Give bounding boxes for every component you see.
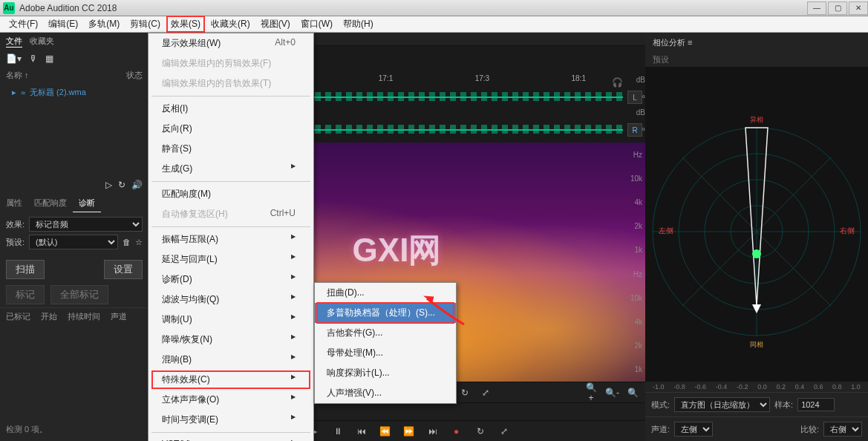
tab-diagnostics[interactable]: 诊断 (73, 195, 101, 212)
forward-icon[interactable]: ⏩ (402, 426, 416, 437)
sample-input[interactable] (797, 398, 835, 411)
menu-item[interactable]: 滤波与均衡(Q)▶ (149, 290, 313, 310)
hz-scale: Hz 10k 4k 2k 1k Hz 10k 4k 2k 1k (619, 143, 642, 382)
tab-properties[interactable]: 属性 (0, 195, 28, 212)
tab-match-loudness[interactable]: 匹配响度 (28, 195, 73, 212)
loop-icon[interactable]: ↻ (474, 426, 487, 437)
menu-item[interactable]: VST(V)▶ (149, 435, 313, 441)
phase-scope[interactable]: 异相 左侧 右侧 同相 (645, 67, 868, 382)
menu-item[interactable]: 反向(R) (149, 119, 313, 139)
menu-item[interactable]: 诊断(D)▶ (149, 270, 313, 290)
zoom-out-icon[interactable]: 🔍- (605, 388, 619, 398)
menu-item[interactable]: 反相(I) (149, 99, 313, 119)
phase-panel: 相位分析 ≡ 预设 异相 左侧 右侧 同相 -1.0-0.8 (645, 33, 868, 441)
db-unit: dB (624, 76, 645, 92)
submenu-item[interactable]: 母带处理(M)... (315, 343, 456, 363)
col-name[interactable]: 名称 ↑ (6, 70, 29, 81)
preset-select[interactable]: (默认) (29, 235, 118, 249)
menu-multitrack[interactable]: 多轨(M) (84, 16, 124, 33)
col-status[interactable]: 状态 (126, 70, 143, 81)
menu-bar[interactable]: 文件(F) 编辑(E) 多轨(M) 剪辑(C) 效果(S) 收藏夹(R) 视图(… (0, 16, 868, 33)
loop-icon[interactable]: ↻ (458, 388, 471, 398)
channel-select[interactable]: 左侧 (674, 422, 713, 437)
col-duration: 持续时间 (68, 311, 100, 322)
svg-text:左侧: 左侧 (659, 226, 673, 235)
compare-label: 比较: (800, 424, 819, 435)
window-title-bar: Au Adobe Audition CC 2018 — ▢ ✕ (0, 0, 868, 16)
multitrack-icon[interactable]: ▦ (45, 53, 53, 64)
play-icon[interactable]: ▷ (105, 180, 112, 190)
tab-files[interactable]: 文件 (6, 36, 22, 48)
minimize-button[interactable]: — (807, 1, 826, 15)
mode-select[interactable]: 直方图（日志缩放） (674, 397, 770, 412)
scan-button[interactable]: 扫描 (6, 260, 45, 279)
menu-item[interactable]: 降噪/恢复(N)▶ (149, 330, 313, 350)
compare-select[interactable]: 右侧 (823, 422, 862, 437)
loop-icon[interactable]: ↻ (118, 180, 125, 190)
channel-l-indicator: L (627, 91, 642, 104)
menu-item[interactable]: 特殊效果(C)▶ (149, 370, 313, 390)
left-panel: 文件 收藏夹 📄▾ 🎙 ▦ 名称 ↑ 状态 ▸ ≈ 无标题 (2).wma ▷ … (0, 33, 149, 441)
menu-help[interactable]: 帮助(H) (339, 16, 378, 33)
file-name: 无标题 (2).wma (30, 87, 86, 98)
channel-r-indicator: R (627, 123, 642, 137)
menu-item[interactable]: 时间与变调(E)▶ (149, 410, 313, 430)
phase-preview-label: 预设 (645, 53, 868, 67)
file-item[interactable]: ▸ ≈ 无标题 (2).wma (0, 84, 149, 101)
zoom-in-icon[interactable]: 🔍+ (584, 382, 598, 403)
skip-selection-icon[interactable]: ⤢ (497, 426, 511, 437)
diagnostic-status: 检测 0 项。 (0, 418, 149, 441)
open-icon[interactable]: 📄▾ (6, 53, 22, 64)
zoom-full-icon[interactable]: 🔍 (626, 388, 639, 398)
watermark: GXI网 (353, 228, 442, 272)
menu-item[interactable]: 振幅与压限(A)▶ (149, 229, 313, 249)
menu-item[interactable]: 混响(B)▶ (149, 350, 313, 370)
menu-favorites[interactable]: 收藏夹(R) (206, 16, 255, 33)
waveform-icon: ≈ (21, 88, 25, 97)
chevron-right-icon: ▸ (12, 88, 16, 97)
submenu-item[interactable]: 响度探测计(L)... (315, 363, 456, 383)
annotation-arrow (423, 298, 468, 328)
menu-clip[interactable]: 剪辑(C) (125, 16, 165, 33)
settings-button[interactable]: 设置 (104, 260, 143, 279)
menu-item[interactable]: 延迟与回声(L)▶ (149, 249, 313, 270)
col-marked: 已标记 (6, 311, 30, 322)
svg-text:同相: 同相 (750, 341, 763, 348)
menu-item[interactable]: 匹配响度(M) (149, 184, 313, 204)
menu-item[interactable]: 静音(S) (149, 139, 313, 159)
menu-item[interactable]: 调制(U)▶ (149, 310, 313, 330)
menu-file[interactable]: 文件(F) (4, 16, 42, 33)
menu-item[interactable]: 生成(G)▶ (149, 159, 313, 179)
svg-text:右侧: 右侧 (840, 226, 855, 235)
preset-label: 预设: (6, 237, 25, 248)
star-icon[interactable]: ☆ (135, 238, 143, 247)
maximize-button[interactable]: ▢ (828, 1, 847, 15)
menu-item: 编辑效果组内的音轨效果(T) (149, 74, 313, 94)
menu-window[interactable]: 窗口(W) (296, 16, 337, 33)
skip-start-icon[interactable]: ⏮ (355, 426, 368, 437)
submenu-item[interactable]: 人声增强(V)... (315, 383, 456, 403)
record-icon[interactable]: 🎙 (29, 53, 38, 64)
skip-end-icon[interactable]: ⏭ (426, 426, 440, 437)
menu-item[interactable]: 显示效果组(W)Alt+0 (149, 33, 313, 53)
col-channel: 声道 (111, 311, 127, 322)
menu-item[interactable]: 立体声声像(O)▶ (149, 390, 313, 410)
close-button[interactable]: ✕ (849, 1, 868, 15)
menu-edit[interactable]: 编辑(E) (44, 16, 82, 33)
record-icon[interactable]: ● (450, 426, 463, 437)
phase-title: 相位分析 ≡ (645, 33, 868, 53)
effect-select[interactable]: 标记音频 (29, 217, 143, 232)
volume-icon[interactable]: 🔊 (131, 180, 143, 190)
skip-selection-icon[interactable]: ⤢ (479, 388, 492, 398)
app-icon: Au (3, 2, 15, 14)
effects-dropdown[interactable]: 显示效果组(W)Alt+0编辑效果组内的剪辑效果(F)编辑效果组内的音轨效果(T… (148, 33, 314, 441)
rewind-icon[interactable]: ⏪ (379, 426, 392, 437)
mark-button: 标记 (6, 285, 45, 304)
delete-icon[interactable]: 🗑 (123, 238, 131, 246)
headphones-icon[interactable]: 🎧 (612, 77, 623, 88)
menu-view[interactable]: 视图(V) (256, 16, 295, 33)
pause-icon[interactable]: ⏸ (331, 426, 345, 437)
svg-marker-9 (752, 304, 761, 313)
tab-favorites[interactable]: 收藏夹 (30, 36, 54, 48)
menu-effects[interactable]: 效果(S) (166, 16, 205, 33)
